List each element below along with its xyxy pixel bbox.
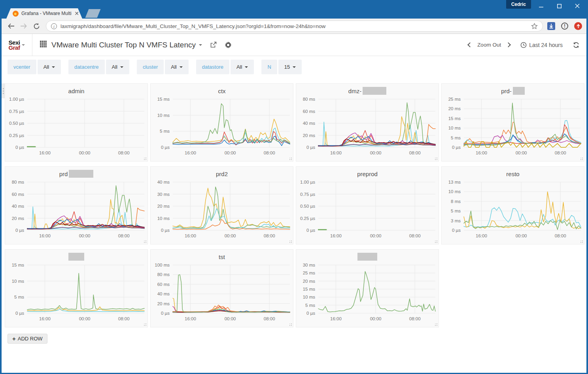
variable-value-dropdown[interactable]: All [106,60,129,74]
panel-resize-handle[interactable] [582,159,583,160]
panel-chart[interactable]: 15 ms10 ms5 ms0 µs16:0000:0008:00 [5,262,147,327]
svg-text:00:00: 00:00 [79,233,91,238]
url-bar[interactable]: i laxmigraph/dashboard/file/VMware_Multi… [46,21,543,32]
maximize-button[interactable] [550,0,568,12]
browser-tab[interactable]: Grafana - VMware Multi ✕ [6,8,82,19]
chart-panel: prd2 40 ms30 ms20 ms10 ms0 µs16:0000:000… [150,166,293,244]
chart-panel: prd 80 ms60 ms40 ms20 ms0 µs16:0000:0008… [5,166,148,244]
gear-icon[interactable] [225,41,232,49]
panel-chart[interactable]: 15 ms10 ms5 ms0 µs16:0000:0008:00 [151,96,293,161]
sexigraf-logo[interactable]: Sexi Graf [2,34,32,56]
svg-text:0 µs: 0 µs [15,145,24,150]
svg-text:0 µs: 0 µs [306,311,315,316]
panel-title[interactable]: ctx [151,84,293,96]
panel-title[interactable]: admin [5,84,147,96]
panel-title[interactable]: prd- [442,84,584,96]
panel-resize-handle[interactable] [437,159,437,160]
panel-title-text: ctx [218,88,225,94]
bookmark-star-icon[interactable] [531,23,538,30]
svg-text:10 ms: 10 ms [12,279,25,284]
svg-text:00:00: 00:00 [79,316,91,321]
panel-resize-handle[interactable] [291,325,292,326]
panel-title[interactable] [5,250,147,262]
minimize-button[interactable] [532,0,550,12]
svg-text:5 ms: 5 ms [451,209,461,213]
time-range-picker[interactable]: Last 24 hours [520,42,563,48]
panel-chart[interactable]: 80 ms60 ms40 ms20 ms0 µs16:0000:0008:00 [5,179,147,244]
variable-label: vcenter [8,60,36,74]
template-variable: datastore All [196,60,254,74]
panel-resize-handle[interactable] [146,159,146,160]
svg-text:0.75 µs: 0.75 µs [9,109,24,114]
panel-title-text: resto [506,171,519,177]
panel-title-text: prd- [501,88,512,94]
add-row-label: ADD ROW [18,336,43,342]
page-info-icon[interactable]: i [51,23,57,29]
new-tab-button[interactable] [85,9,101,18]
dashboard-grid-icon[interactable] [40,41,47,49]
close-button[interactable] [568,0,586,12]
svg-text:00:00: 00:00 [370,233,382,238]
download-extension-icon[interactable] [547,22,556,30]
redaction-box [68,253,84,261]
panel-title[interactable]: tst [151,250,293,262]
panel-title[interactable]: dmz- [296,84,439,96]
panel-chart[interactable]: 40 ms30 ms20 ms10 ms0 µs16:0000:0008:00 [151,179,293,244]
panel-chart[interactable]: 1.00 µs0.75 µs0.50 µs0.25 µs0 µs16:0000:… [5,96,147,161]
share-dashboard-icon[interactable] [210,41,217,48]
chevron-down-icon [245,66,248,68]
panel-resize-handle[interactable] [437,325,437,326]
profile-badge[interactable]: Cedric [506,0,531,9]
variable-label-text: datacentre [74,64,98,70]
extension-icons: ! [547,22,582,30]
panel-chart[interactable]: 13 ms10 ms8 ms5 ms3 ms0 µs16:0000:0008:0… [442,179,584,244]
panel-title[interactable]: prd2 [151,167,293,179]
panel-title[interactable]: prd [5,167,147,179]
variable-value-dropdown[interactable]: 15 [278,60,302,74]
panel-resize-handle[interactable] [291,159,292,160]
back-button[interactable] [6,21,17,32]
reload-button[interactable] [31,21,42,32]
svg-text:20 ms: 20 ms [157,301,170,306]
variable-value-dropdown[interactable]: All [165,60,188,74]
alert-extension-icon[interactable]: ! [560,22,569,30]
panel-title[interactable] [296,250,439,262]
variable-label-text: vcenter [13,64,30,70]
red-extension-icon[interactable] [574,22,582,30]
panel-resize-handle[interactable] [582,242,583,243]
chevron-down-icon[interactable] [199,44,202,46]
panel-chart[interactable]: 25 ms20 ms15 ms10 ms5 ms0 µs16:0000:0008… [442,96,584,161]
refresh-dashboard-icon[interactable] [573,42,579,48]
panel-chart[interactable]: 80 ms60 ms40 ms20 ms0 µs16:0000:0008:00 [296,96,439,161]
panel-resize-handle[interactable] [146,242,146,243]
panel-resize-handle[interactable] [437,242,437,243]
timepicker-controls: Zoom Out Last 24 hours [468,42,579,48]
panel-chart[interactable]: 1.00 µs0.75 µs0.50 µs0.25 µs0 µs16:0000:… [296,179,439,244]
svg-text:40 ms: 40 ms [303,121,316,126]
variable-value-dropdown[interactable]: All [231,60,254,74]
dashboard-title[interactable]: VMware Multi Cluster Top N VMFS Latency [51,41,196,49]
panel-resize-handle[interactable] [291,242,292,243]
svg-text:08:00: 08:00 [118,316,130,321]
zoom-out-button[interactable]: Zoom Out [477,42,501,48]
add-row-button[interactable]: + ADD ROW [8,334,47,344]
time-shift-right-icon[interactable] [506,42,511,47]
panel-title[interactable]: resto [442,167,584,179]
filter-bar: vcenter All datacentre All cluster All d… [2,56,586,78]
time-shift-left-icon[interactable] [467,42,473,47]
panel-chart[interactable]: 30 ms25 ms20 ms15 ms10 ms5 ms0 µs16:0000… [296,262,439,327]
url-text: laxmigraph/dashboard/file/VMware_Multi_C… [61,23,531,29]
svg-text:0.25 µs: 0.25 µs [9,133,24,138]
svg-text:13 ms: 13 ms [448,180,461,184]
tab-close-icon[interactable]: ✕ [74,11,79,16]
panel-resize-handle[interactable] [146,325,146,326]
svg-text:08:00: 08:00 [409,316,421,321]
variable-value-dropdown[interactable]: All [38,60,61,74]
panel-title[interactable]: preprod [296,167,439,179]
forward-button[interactable] [18,21,29,32]
grafana-header: Sexi Graf VMware Multi Cluster Top N VMF… [2,34,586,56]
grafana-favicon-icon [13,11,19,17]
chart-panel: ctx 15 ms10 ms5 ms0 µs16:0000:0008:00 [150,83,293,162]
panel-chart[interactable]: 100 ms80 ms60 ms40 ms20 ms0 µs16:0000:00… [151,262,293,327]
chart-panel: dmz- 80 ms60 ms40 ms20 ms0 µs16:0000:000… [296,83,439,162]
